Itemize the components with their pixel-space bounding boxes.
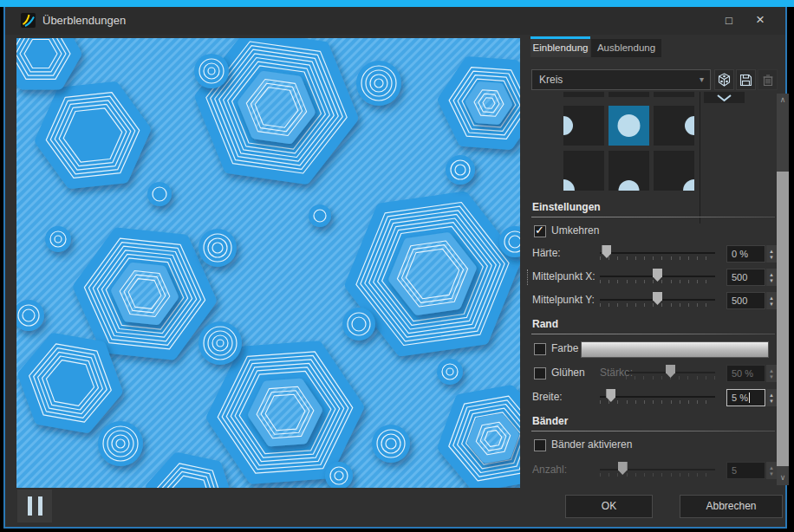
thumbnail-circle-from-right[interactable] <box>654 106 694 146</box>
app-logo-icon <box>21 13 36 28</box>
invert-label: Umkehren <box>551 224 599 237</box>
trash-icon <box>762 74 774 87</box>
center-y-label: Mittelpunkt Y: <box>532 294 595 306</box>
scroll-up-button[interactable]: ∧ <box>777 94 789 107</box>
bands-count-spinner[interactable]: ▲▼ <box>766 462 777 479</box>
edge-width-spinner[interactable]: ▲▼ <box>766 389 777 406</box>
thumbnail-partial[interactable] <box>563 92 604 97</box>
save-preset-button[interactable] <box>736 69 756 90</box>
edge-width-label: Breite: <box>532 391 563 403</box>
hardness-spinner[interactable]: ▲▼ <box>766 245 777 263</box>
scrollbar-thumb[interactable] <box>777 172 789 466</box>
maximize-button[interactable]: □ <box>718 10 740 31</box>
tab-fade-out[interactable]: Ausblendung <box>591 39 661 57</box>
section-divider <box>531 217 775 217</box>
bands-activate-label: Bänder aktivieren <box>551 438 632 451</box>
center-y-spinner[interactable]: ▲▼ <box>766 292 777 309</box>
text-caret <box>749 393 750 403</box>
ok-button[interactable]: OK <box>565 495 653 518</box>
check-icon: ✓ <box>535 225 545 236</box>
save-icon <box>739 74 752 87</box>
glow-strength-slider[interactable] <box>626 365 715 380</box>
bands-activate-checkbox[interactable] <box>534 439 546 451</box>
preset-value: Kreis <box>539 74 563 86</box>
glow-label: Glühen <box>551 367 585 379</box>
scroll-down-button[interactable]: ∨ <box>777 471 789 485</box>
preview-pattern-image <box>16 38 520 488</box>
delete-preset-button[interactable] <box>758 69 778 90</box>
center-x-label: Mittelpunkt X: <box>532 270 596 282</box>
dice-icon <box>718 73 731 87</box>
edge-color-checkbox[interactable] <box>534 343 546 355</box>
glow-strength-value-field[interactable]: 50 % <box>726 365 765 382</box>
random-preset-button[interactable] <box>714 69 734 90</box>
edge-color-swatch[interactable] <box>581 341 769 358</box>
thumbnail-circle-bottom-right[interactable] <box>654 151 694 191</box>
tab-fade-in[interactable]: Einblendung <box>530 36 590 57</box>
thumbnail-partial[interactable] <box>609 92 649 97</box>
titlebar[interactable]: Überblendungen □ × <box>5 7 785 35</box>
thumbnail-circle-from-bottom[interactable] <box>609 151 649 191</box>
panel-scrollbar[interactable]: ∧ ∨ <box>777 94 789 485</box>
center-x-slider[interactable] <box>600 269 715 284</box>
glow-checkbox[interactable] <box>534 367 546 380</box>
glow-strength-spinner[interactable]: ▲▼ <box>766 365 777 382</box>
center-y-slider[interactable] <box>600 292 715 308</box>
thumbnail-circle-from-left[interactable] <box>563 106 604 146</box>
transitions-dialog: Überblendungen □ × <box>0 0 794 532</box>
thumbnail-circle-selected[interactable] <box>609 106 649 146</box>
section-edge-title: Rand <box>532 318 558 330</box>
grid-divider <box>700 92 700 224</box>
center-y-value-field[interactable]: 500 <box>726 292 765 309</box>
dialog-window: Überblendungen □ × <box>3 5 787 529</box>
cancel-button[interactable]: Abbrechen <box>680 495 783 518</box>
window-title: Überblendungen <box>42 14 126 27</box>
edge-width-value-field[interactable]: 5 % <box>726 389 765 406</box>
section-bands-title: Bänder <box>532 415 568 427</box>
chevron-down-icon <box>704 92 745 103</box>
hardness-label: Härte: <box>532 247 561 259</box>
close-button[interactable]: × <box>749 10 771 31</box>
edge-color-label: Farbe <box>551 342 578 354</box>
section-settings-title: Einstellungen <box>532 201 601 213</box>
focus-marker <box>527 269 530 285</box>
invert-checkbox[interactable]: ✓ <box>534 225 546 237</box>
pause-icon <box>28 496 32 516</box>
chevron-down-icon: ▾ <box>700 70 704 89</box>
preset-dropdown[interactable]: Kreis ▾ <box>531 69 711 90</box>
bands-count-slider[interactable] <box>600 462 715 477</box>
pause-preview-button[interactable] <box>17 490 52 522</box>
center-x-value-field[interactable]: 500 <box>726 269 765 286</box>
section-divider <box>531 431 775 431</box>
thumbnail-circle-bottom-left[interactable] <box>563 151 604 191</box>
settings-panel: Einblendung Ausblendung Kreis ▾ <box>528 35 788 490</box>
bands-count-value-field[interactable]: 5 <box>726 462 765 479</box>
bands-count-label: Anzahl: <box>532 464 567 476</box>
edge-width-slider[interactable] <box>600 389 715 405</box>
transition-preview <box>16 38 520 488</box>
hardness-value-field[interactable]: 0 % <box>726 245 765 263</box>
center-x-spinner[interactable]: ▲▼ <box>766 269 777 286</box>
window-accent-bar <box>0 0 794 7</box>
hardness-slider[interactable] <box>600 245 715 261</box>
section-divider <box>531 334 775 334</box>
thumbnail-chevron-down[interactable] <box>704 92 745 103</box>
thumbnail-partial[interactable] <box>654 92 694 97</box>
